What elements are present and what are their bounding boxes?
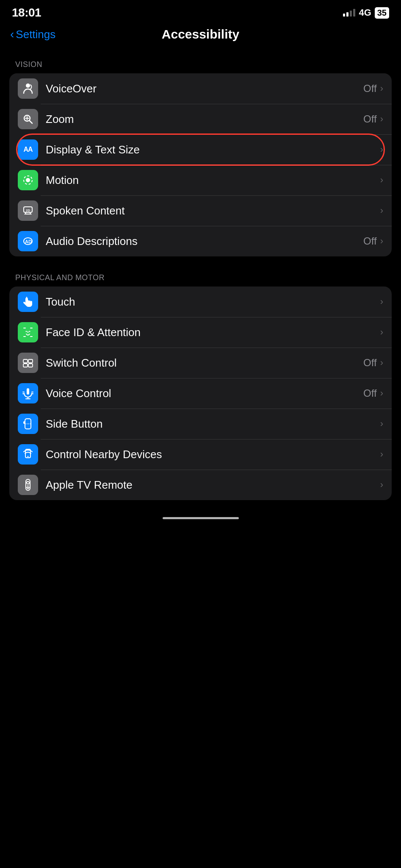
face-id-item[interactable]: Face ID & Attention › bbox=[9, 317, 392, 348]
switch-control-value: Off bbox=[363, 357, 377, 369]
svg-rect-29 bbox=[23, 421, 25, 424]
physical-motor-list: Touch › Face ID & Attention › bbox=[9, 287, 392, 500]
voiceover-item[interactable]: VoiceOver Off › bbox=[9, 73, 392, 104]
svg-rect-14 bbox=[30, 336, 33, 337]
touch-chevron-icon: › bbox=[380, 296, 383, 307]
zoom-label: Zoom bbox=[46, 113, 363, 126]
battery-indicator: 35 bbox=[375, 7, 389, 19]
touch-label: Touch bbox=[46, 295, 379, 309]
voice-control-icon bbox=[18, 383, 38, 403]
signal-bar-4 bbox=[353, 9, 355, 17]
spoken-content-item[interactable]: 2D Spoken Content › bbox=[9, 195, 392, 226]
switch-control-icon bbox=[18, 353, 38, 373]
voice-control-chevron-icon: › bbox=[380, 388, 383, 399]
zoom-chevron-icon: › bbox=[380, 114, 383, 125]
section-physical-motor-header: PHYSICAL AND MOTOR bbox=[0, 273, 401, 287]
back-chevron-icon: ‹ bbox=[10, 28, 14, 41]
svg-rect-20 bbox=[28, 364, 33, 367]
home-indicator bbox=[163, 517, 239, 519]
voiceover-chevron-icon: › bbox=[380, 83, 383, 94]
signal-bar-1 bbox=[343, 14, 345, 17]
switch-control-chevron-icon: › bbox=[380, 357, 383, 368]
switch-control-label: Switch Control bbox=[46, 356, 363, 370]
motion-icon bbox=[18, 170, 38, 190]
nav-bar: ‹ Settings Accessibility bbox=[0, 23, 401, 48]
voice-control-label: Voice Control bbox=[46, 387, 363, 400]
motion-label: Motion bbox=[46, 174, 379, 187]
control-nearby-devices-icon bbox=[18, 444, 38, 465]
side-button-icon bbox=[18, 414, 38, 434]
face-id-icon bbox=[18, 322, 38, 342]
status-time: 18:01 bbox=[12, 6, 41, 19]
side-button-label: Side Button bbox=[46, 417, 379, 431]
control-nearby-devices-chevron-icon: › bbox=[380, 449, 383, 460]
audio-descriptions-icon: AD bbox=[18, 231, 38, 251]
face-id-label: Face ID & Attention bbox=[46, 326, 379, 339]
motion-item[interactable]: Motion › bbox=[9, 165, 392, 195]
side-button-chevron-icon: › bbox=[380, 418, 383, 429]
svg-line-2 bbox=[30, 121, 33, 124]
spoken-content-icon: 2D bbox=[18, 200, 38, 221]
status-right: 4G 35 bbox=[343, 7, 389, 19]
zoom-item[interactable]: Zoom Off › bbox=[9, 104, 392, 134]
control-nearby-devices-label: Control Nearby Devices bbox=[46, 448, 379, 461]
audio-descriptions-value: Off bbox=[363, 235, 377, 247]
display-text-size-chevron-icon: › bbox=[380, 144, 383, 155]
spoken-content-label: Spoken Content bbox=[46, 204, 379, 217]
status-bar: 18:01 4G 35 bbox=[0, 0, 401, 23]
display-text-size-icon: AA bbox=[18, 139, 38, 160]
svg-rect-18 bbox=[28, 359, 33, 363]
apple-tv-remote-icon bbox=[18, 475, 38, 495]
touch-icon bbox=[18, 292, 38, 312]
spoken-content-chevron-icon: › bbox=[380, 205, 383, 216]
voice-control-item[interactable]: Voice Control Off › bbox=[9, 378, 392, 409]
display-text-size-item[interactable]: AA Display & Text Size › bbox=[9, 134, 392, 165]
svg-rect-21 bbox=[27, 388, 29, 395]
svg-text:2D: 2D bbox=[26, 209, 30, 212]
voiceover-label: VoiceOver bbox=[46, 82, 363, 95]
apple-tv-remote-label: Apple TV Remote bbox=[46, 479, 379, 492]
signal-bar-2 bbox=[346, 12, 348, 17]
voiceover-value: Off bbox=[363, 83, 377, 95]
zoom-value: Off bbox=[363, 113, 377, 125]
svg-rect-12 bbox=[30, 328, 33, 328]
audio-descriptions-item[interactable]: AD Audio Descriptions Off › bbox=[9, 226, 392, 256]
motion-chevron-icon: › bbox=[380, 175, 383, 186]
svg-point-16 bbox=[29, 331, 30, 332]
page-title: Accessibility bbox=[162, 27, 239, 42]
back-button[interactable]: ‹ Settings bbox=[10, 28, 55, 41]
section-vision: VISION VoiceOver Off › Zoom Off › AA Dis… bbox=[0, 60, 401, 256]
voiceover-icon bbox=[18, 78, 38, 99]
svg-rect-11 bbox=[23, 328, 26, 328]
svg-point-0 bbox=[26, 83, 30, 88]
audio-descriptions-label: Audio Descriptions bbox=[46, 235, 363, 248]
apple-tv-remote-item[interactable]: Apple TV Remote › bbox=[9, 470, 392, 500]
control-nearby-devices-item[interactable]: Control Nearby Devices › bbox=[9, 439, 392, 470]
svg-point-15 bbox=[26, 331, 27, 332]
touch-item[interactable]: Touch › bbox=[9, 287, 392, 317]
svg-rect-19 bbox=[23, 364, 28, 367]
section-vision-header: VISION bbox=[0, 60, 401, 73]
svg-rect-17 bbox=[23, 359, 28, 363]
svg-point-32 bbox=[28, 456, 29, 457]
face-id-chevron-icon: › bbox=[380, 327, 383, 338]
battery-level: 35 bbox=[377, 8, 387, 18]
home-indicator-area bbox=[0, 517, 401, 528]
svg-rect-13 bbox=[23, 336, 26, 337]
network-label: 4G bbox=[359, 7, 371, 18]
switch-control-item[interactable]: Switch Control Off › bbox=[9, 348, 392, 378]
signal-bar-3 bbox=[350, 11, 352, 17]
side-button-item[interactable]: Side Button › bbox=[9, 409, 392, 439]
zoom-icon bbox=[18, 109, 38, 129]
svg-text:AD: AD bbox=[25, 239, 32, 244]
voice-control-value: Off bbox=[363, 387, 377, 399]
vision-list: VoiceOver Off › Zoom Off › AA Display & … bbox=[9, 73, 392, 256]
audio-descriptions-chevron-icon: › bbox=[380, 236, 383, 247]
apple-tv-remote-chevron-icon: › bbox=[380, 479, 383, 490]
svg-rect-28 bbox=[25, 419, 31, 429]
signal-bars bbox=[343, 9, 355, 17]
svg-point-34 bbox=[27, 481, 29, 484]
display-text-size-label: Display & Text Size bbox=[46, 143, 379, 156]
svg-point-5 bbox=[26, 178, 30, 182]
section-physical-motor: PHYSICAL AND MOTOR Touch › bbox=[0, 273, 401, 500]
